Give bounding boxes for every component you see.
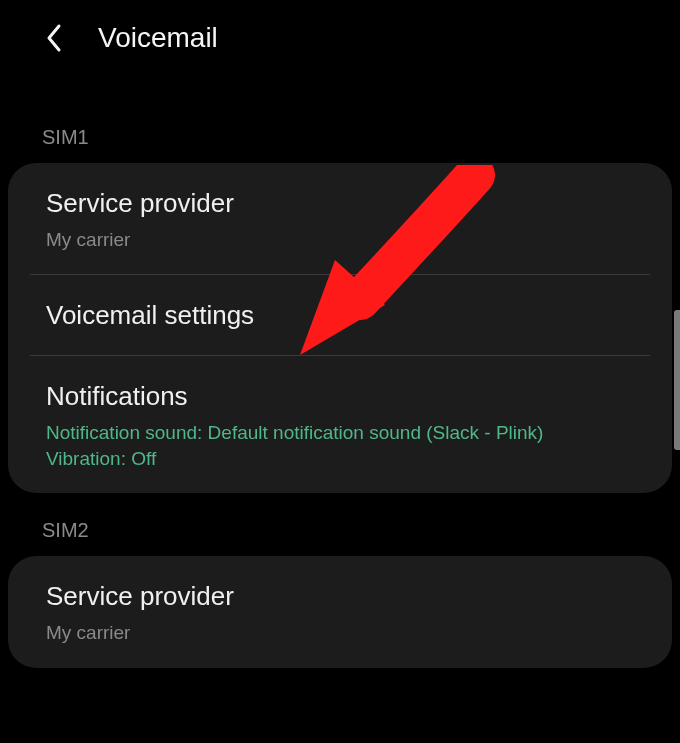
item-subtitle: Notification sound: Default notification… [46, 420, 634, 471]
item-notifications[interactable]: Notifications Notification sound: Defaul… [8, 356, 672, 493]
item-title: Service provider [46, 187, 634, 221]
back-icon[interactable] [42, 26, 66, 50]
card-sim2: Service provider My carrier [8, 556, 672, 667]
item-subtitle: My carrier [46, 227, 634, 253]
notification-sound-text: Notification sound: Default notification… [46, 422, 543, 443]
item-service-provider-sim2[interactable]: Service provider My carrier [8, 556, 672, 667]
item-subtitle: My carrier [46, 620, 634, 646]
vibration-text: Vibration: Off [46, 448, 156, 469]
page-title: Voicemail [98, 22, 218, 54]
scroll-indicator[interactable] [674, 310, 680, 450]
item-voicemail-settings[interactable]: Voicemail settings [8, 275, 672, 355]
header: Voicemail [0, 0, 680, 76]
item-service-provider-sim1[interactable]: Service provider My carrier [8, 163, 672, 274]
item-title: Voicemail settings [46, 299, 634, 333]
item-title: Notifications [46, 380, 634, 414]
item-title: Service provider [46, 580, 634, 614]
section-label-sim2: SIM2 [0, 493, 680, 556]
section-label-sim1: SIM1 [0, 76, 680, 163]
card-sim1: Service provider My carrier Voicemail se… [8, 163, 672, 493]
